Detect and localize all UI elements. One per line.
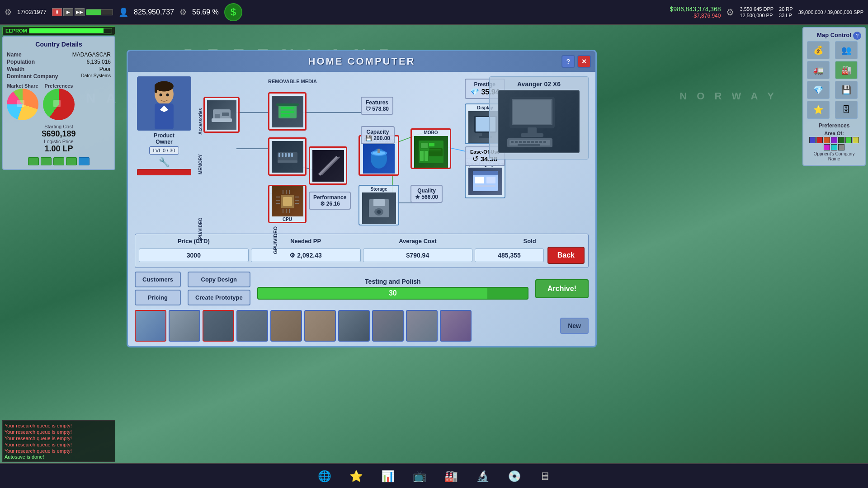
storage-label: Storage (370, 187, 387, 192)
play1-button[interactable]: ▶ (63, 8, 73, 16)
create-prototype-button[interactable]: Create Prototype (188, 290, 250, 305)
quality-label: Quality (415, 188, 438, 194)
eeprom-label: EEPROM (5, 28, 27, 33)
gpu-video-label: GPU/VIDEO (198, 212, 203, 248)
chip-map-btn[interactable]: 💾 (835, 81, 858, 99)
removable-media-comp[interactable] (268, 92, 307, 131)
pricing-button[interactable]: Pricing (135, 290, 181, 305)
factory-map-btn[interactable]: 🏭 (835, 61, 858, 79)
memory-comp[interactable] (268, 137, 307, 176)
preferences-label: Preferences (43, 83, 75, 89)
play2-button[interactable]: ▶▶ (75, 8, 85, 16)
product-owner-section: Product Owner LVL 0 / 30 🔧 (135, 76, 193, 230)
memory-svg (274, 143, 301, 170)
color-orange (824, 137, 830, 143)
staff-10[interactable] (440, 310, 472, 342)
staff-2[interactable] (169, 310, 200, 342)
customers-button[interactable]: Customers (135, 272, 181, 287)
staff-7[interactable] (338, 310, 370, 342)
help-button[interactable]: ? (561, 55, 575, 68)
back-button[interactable]: Back (547, 247, 585, 264)
globe-icon[interactable]: 🌐 (318, 470, 331, 483)
svg-rect-27 (278, 153, 280, 157)
storage-comp[interactable]: Storage (359, 185, 399, 225)
factory-bottom-icon[interactable]: 🏭 (444, 470, 458, 483)
price-value[interactable]: 3000 (139, 249, 249, 262)
dominant-label: Dominant Company (7, 73, 58, 80)
removable-media-svg (274, 98, 301, 125)
svg-rect-78 (521, 133, 543, 137)
star-bottom-icon[interactable]: ⭐ (349, 470, 363, 483)
gpu-comp[interactable] (309, 146, 347, 185)
speed-progress (86, 9, 113, 15)
removable-media-label: REMOVABLE MEDIA (268, 79, 317, 84)
msg-1: Your research queue is empty! (5, 422, 113, 429)
wrench-icon: 🔧 (159, 157, 170, 168)
svg-rect-84 (523, 141, 526, 143)
gpu-video-vertical-label: GPU/VIDEO (273, 226, 278, 254)
population-label: Population (7, 59, 35, 65)
power-supply-img (363, 144, 395, 174)
dominant-value: Dator Systems (81, 73, 111, 80)
bottom-bar: 🌐 ⭐ 📊 📺 🏭 🔬 💿 🖥 (0, 463, 868, 488)
mobo-comp[interactable]: MOBO (410, 128, 451, 169)
eeprom-bar: EEPROM (2, 26, 115, 35)
features-stat: Features 🛡 578.80 (361, 97, 393, 115)
svg-rect-28 (282, 153, 283, 157)
pp-header: Needed PP (251, 238, 361, 244)
chart-icon[interactable]: 📊 (381, 470, 395, 483)
db-map-btn[interactable]: 🗄 (835, 101, 858, 119)
svg-rect-29 (285, 153, 287, 157)
performance-number: 26.16 (326, 201, 340, 207)
staff-section: New (135, 310, 589, 342)
dollar-map-btn[interactable]: 💰 (807, 41, 830, 59)
gpu-img (312, 150, 344, 182)
people-map-btn[interactable]: 👥 (835, 41, 858, 59)
microscope-icon[interactable]: 🔬 (476, 470, 490, 483)
gem-map-btn[interactable]: 💎 (807, 81, 830, 99)
population-value: 6,135,016 (87, 59, 111, 65)
actions-row: Customers Pricing Copy Design Create Pro… (135, 272, 589, 305)
staff-1[interactable] (135, 310, 166, 342)
monitor-icon[interactable]: 🖥 (539, 470, 550, 483)
svg-rect-58 (429, 148, 443, 156)
capacity-number: 200.00 (373, 135, 390, 141)
archive-button[interactable]: Archive! (535, 279, 589, 298)
accessories-comp[interactable] (203, 97, 240, 133)
staff-6[interactable] (304, 310, 336, 342)
avanger-svg (500, 92, 577, 151)
new-button[interactable]: New (560, 318, 589, 334)
memory-img (272, 141, 303, 173)
truck-map-btn[interactable]: 🚛 (807, 61, 830, 79)
pause-button[interactable]: ⏸ (52, 8, 62, 16)
close-button[interactable]: ✕ (577, 55, 591, 68)
power-supply-svg (365, 146, 392, 171)
staff-5[interactable] (270, 310, 302, 342)
staff-8[interactable] (372, 310, 404, 342)
help-icon-map[interactable]: ? (853, 32, 861, 40)
svg-rect-62 (373, 199, 385, 206)
color-pink (824, 144, 830, 150)
star-map-btn[interactable]: ⭐ (807, 101, 830, 119)
tv-icon[interactable]: 📺 (413, 470, 426, 483)
rp-display: 20 RP (779, 6, 793, 12)
cpu-comp[interactable]: CPU (268, 185, 307, 223)
svg-rect-73 (475, 185, 495, 187)
svg-rect-54 (421, 143, 428, 148)
copy-design-button[interactable]: Copy Design (188, 272, 250, 287)
disc-icon[interactable]: 💿 (508, 470, 521, 483)
svg-rect-71 (475, 177, 484, 183)
color-darkgreen (838, 137, 844, 143)
dialog-controls: ? ✕ (561, 55, 591, 68)
svg-rect-81 (511, 141, 514, 143)
settings-icon[interactable]: ⚙ (726, 7, 734, 18)
capacity-label: Capacity (365, 129, 390, 135)
staff-4[interactable] (236, 310, 268, 342)
staff-3[interactable] (203, 310, 234, 342)
autosave-msg: Autosave is done! (5, 454, 113, 460)
starting-cost-label: Starting Cost (7, 124, 111, 129)
removable-media-img (272, 96, 303, 127)
msg-4: Your research queue is empty! (5, 441, 113, 448)
price-header: Price (CTD) (139, 238, 249, 244)
staff-9[interactable] (406, 310, 438, 342)
